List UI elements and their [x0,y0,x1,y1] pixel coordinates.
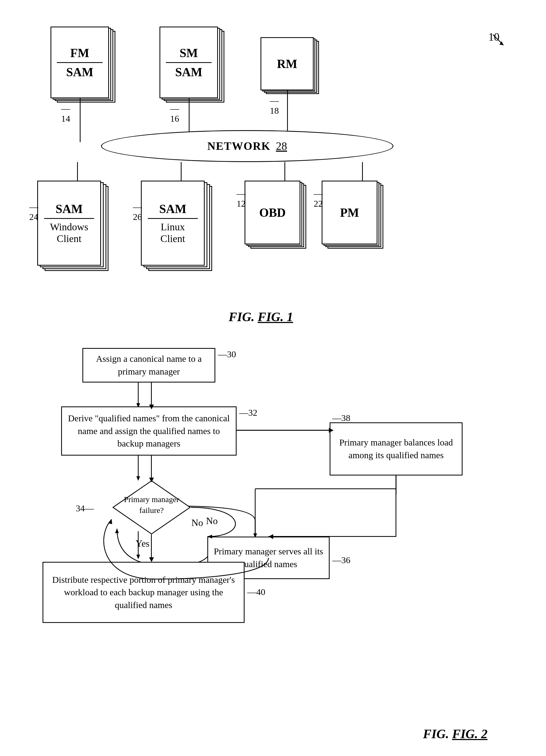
obd-label: OBD [259,206,286,220]
flowchart-box-30: Assign a canonical name to a primary man… [82,348,215,383]
box32-label: Derive "qualified names" from the canoni… [62,409,236,453]
arrowhead-30-32 [149,405,154,409]
no-label: No [206,515,218,526]
ref-38: —38 [332,413,350,423]
ref-18: —18 [270,96,279,116]
flowchart-diamond-34: Primary managerfailure? [112,479,191,535]
windows-label: Windows [50,221,88,233]
flowchart-box-38: Primary manager balances load among its … [330,422,463,475]
line-network-sam-win [77,162,78,183]
arrow-diamond-down [151,534,152,558]
arrow-32-38-h [236,430,331,431]
fig1-label: FIG. FIG. 1 [228,309,293,324]
network-ref: 28 [276,140,287,152]
ref-36: —36 [332,555,350,565]
sam-label-sm: SAM [175,65,202,79]
ref-12: —12 [236,189,245,209]
rm-label: RM [277,57,298,71]
page: 10 FM SAM —14 [0,0,546,756]
svg-text:No: No [191,517,203,528]
linux-label: Linux [161,221,185,233]
sam-label-windows-top: SAM [56,202,83,216]
ref-30: —30 [218,349,236,359]
arrow-38-36-h [268,536,396,537]
ref-32: —32 [239,408,257,418]
svg-marker-7 [136,555,140,559]
arrow-30-32 [151,382,152,405]
ref-16: —16 [170,104,179,124]
client-label-win: Client [57,233,82,244]
line-network-obd [285,162,285,183]
arrow-38-down [396,475,396,537]
ref-24: —24 [29,202,38,222]
ref10-arrow [485,32,509,53]
ref-22: —22 [314,189,323,209]
arrow-32-34 [151,455,152,478]
sam-label-linux-top: SAM [159,202,186,216]
ref-40: —40 [247,587,265,597]
sm-label: SM [180,46,198,60]
arrowhead-38-36 [268,534,273,539]
arrowhead-32-38 [329,428,334,433]
fig2-label: FIG. FIG. 2 [423,727,488,741]
fm-label: FM [70,46,89,60]
network-label: NETWORK [207,140,270,152]
line-network-pm [362,162,363,183]
arrowhead-32-34 [149,478,154,482]
ref-34: 34— [76,503,94,513]
box38-label: Primary manager balances load among its … [331,434,462,464]
flowchart-box-40: Distribute respective portion of primary… [43,562,244,623]
ref-26: —26 [133,202,142,222]
box30-label: Assign a canonical name to a primary man… [83,350,214,380]
diamond34-text: Primary managerfailure? [112,494,191,516]
box40-label: Distribute respective portion of primary… [43,571,244,614]
client-label-linux: Client [160,233,185,244]
pm-label: PM [340,206,359,220]
sam-label-fm: SAM [66,65,93,79]
fig2-diagram: No Assign a canonical name to a primary … [21,335,525,749]
ref-14: —14 [61,104,70,124]
fig1-diagram: 10 FM SAM —14 [21,16,525,329]
corner-38-36 [396,536,396,537]
line-network-sam-linux [181,162,181,183]
flowchart-box-32: Derive "qualified names" from the canoni… [61,406,236,456]
network-ellipse: NETWORK 28 [101,130,394,162]
line-fm-network [80,98,80,142]
arrowhead-down-box40 [149,557,154,562]
yes-label: Yes [135,538,149,549]
